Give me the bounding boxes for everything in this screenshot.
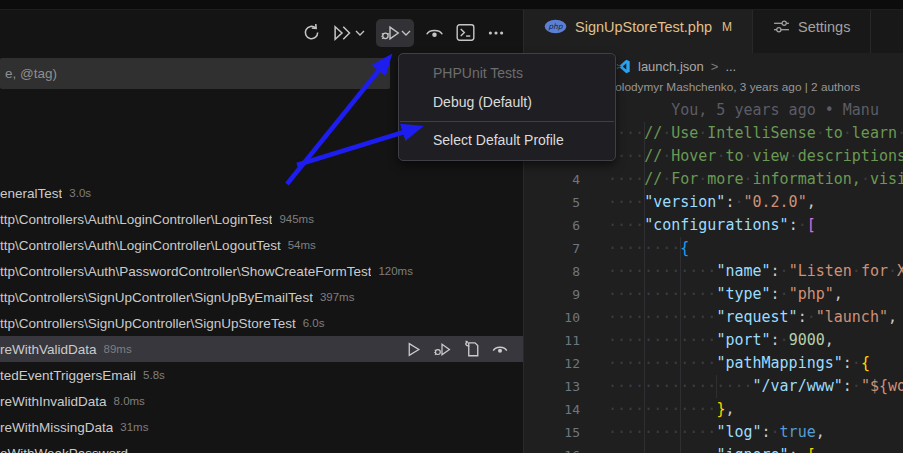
line-number: 10 [524, 306, 580, 329]
test-name: eWithWeakPassword [0, 446, 128, 453]
line-content: ····//·Hover·to·view·descriptions·of·exi… [608, 145, 903, 168]
test-name: tedEventTriggersEmail [0, 368, 136, 383]
terminal-icon [456, 23, 475, 42]
test-row[interactable]: eneralTest3.0s [0, 180, 523, 206]
line-number: 6 [524, 214, 580, 237]
code-line: 9············"type":·"php", [524, 283, 903, 306]
chevron-down-icon [355, 28, 365, 38]
test-duration: 54ms [288, 239, 316, 251]
test-name: ttp\Controllers\SignUpController\SignUpB… [0, 290, 313, 305]
test-name: ttp\Controllers\Auth\LoginController\Log… [0, 238, 281, 253]
line-content: ············"pathMappings":·{ [608, 352, 870, 375]
test-name: reWithValidData [0, 342, 97, 357]
line-number: 16 [524, 444, 580, 453]
test-name: ttp\Controllers\Auth\LoginController\Log… [0, 212, 272, 227]
line-content: ····//·Use·IntelliSense·to·learn·about·p… [608, 122, 903, 145]
menu-separator [400, 121, 614, 122]
test-row[interactable]: reWithMissingData31ms [0, 414, 523, 440]
breadcrumb-separator: > [711, 59, 719, 74]
line-content: ············"log":·true, [608, 421, 825, 444]
test-row[interactable]: eWithWeakPassword [0, 440, 523, 453]
breadcrumb-file[interactable]: launch.json [638, 59, 704, 74]
tab-label: SignUpStoreTest.php [575, 19, 712, 35]
run-all-tests-button[interactable] [331, 22, 353, 44]
eye-icon[interactable] [491, 340, 509, 358]
line-number: 13 [524, 375, 580, 398]
test-name: reWithMissingData [0, 420, 113, 435]
more-actions-button[interactable] [485, 22, 507, 44]
line-content: ············"request":·"launch", [608, 306, 897, 329]
debug-all-tests-button[interactable] [379, 22, 401, 44]
test-duration: 8.0ms [114, 395, 145, 407]
line-content: ············"type":·"php", [608, 283, 843, 306]
line-number: 15 [524, 421, 580, 444]
test-name: ttp\Controllers\SignUpController\SignUpS… [0, 316, 296, 331]
test-list: eneralTest3.0sttp\Controllers\Auth\Login… [0, 180, 523, 453]
code-line: 11············"port":·9000, [524, 329, 903, 352]
debug-run-icon [380, 23, 400, 43]
code-line: 4····//·For·more·information,·visit:·htt… [524, 168, 903, 191]
line-number: 7 [524, 237, 580, 260]
line-content: ············"port":·9000, [608, 329, 834, 352]
vscode-logo-icon [616, 59, 631, 74]
breadcrumb-more[interactable]: ... [725, 59, 736, 74]
menu-item-select-default-profile[interactable]: Select Default Profile [399, 126, 615, 155]
ellipsis-icon [487, 24, 505, 42]
code-line: 13················"/var/www":·"${workspa… [524, 375, 903, 398]
debug-all-split-button [376, 19, 414, 47]
test-row[interactable]: ttp\Controllers\SignUpController\SignUpB… [0, 284, 523, 310]
test-explorer-toolbar [0, 10, 523, 55]
menu-item-phpunit-tests: PHPUnit Tests [399, 59, 615, 88]
test-row[interactable]: reWithInvalidData8.0ms [0, 388, 523, 414]
codelens-authors[interactable]: Volodymyr Mashchenko, 3 years ago | 2 au… [608, 80, 860, 94]
code-line: 6····"configurations":·[ [524, 214, 903, 237]
test-row[interactable]: ttp\Controllers\Auth\LoginController\Log… [0, 206, 523, 232]
code-line: 5····"version":·"0.2.0", [524, 191, 903, 214]
test-duration: 945ms [279, 213, 314, 225]
test-duration: 5.8s [143, 369, 165, 381]
run-test-icon[interactable] [404, 340, 422, 358]
line-content: ····//·For·more·information,·visit:·http… [608, 168, 903, 191]
test-duration: 89ms [104, 343, 132, 355]
go-to-file-icon[interactable] [462, 340, 480, 358]
debug-profile-dropdown-button[interactable] [401, 28, 411, 38]
chevron-down-icon [401, 28, 411, 38]
svg-text:php: php [548, 22, 564, 31]
tab-label: Settings [798, 19, 850, 35]
menu-item-debug-default[interactable]: Debug (Default) [399, 88, 615, 117]
modified-badge: M [722, 20, 732, 34]
line-content: ············"ignore":·[ [608, 444, 816, 453]
line-content: ····"version":·"0.2.0", [608, 191, 816, 214]
code-line: 12············"pathMappings":·{ [524, 352, 903, 375]
test-row[interactable]: ttp\Controllers\SignUpController\SignUpS… [0, 310, 523, 336]
test-row[interactable]: ttp\Controllers\Auth\PasswordController\… [0, 258, 523, 284]
continuous-run-button[interactable] [423, 22, 445, 44]
php-file-icon: php [544, 19, 567, 34]
test-name: eneralTest [0, 186, 62, 201]
line-number: 8 [524, 260, 580, 283]
test-row[interactable]: ttp\Controllers\Auth\LoginController\Log… [0, 232, 523, 258]
code-line: 16············"ignore":·[ [524, 444, 903, 453]
line-content: ················"/var/www":·"${workspace… [608, 375, 903, 398]
test-filter-input[interactable] [0, 58, 390, 89]
test-row[interactable]: reWithValidData89ms [0, 336, 523, 362]
eye-icon [425, 23, 444, 42]
refresh-tests-button[interactable] [300, 22, 322, 44]
line-number: 14 [524, 398, 580, 421]
run-all-dropdown-button[interactable] [353, 22, 367, 44]
code-line: 14············}, [524, 398, 903, 421]
test-name: ttp\Controllers\Auth\PasswordController\… [0, 264, 371, 279]
open-terminal-button[interactable] [454, 22, 476, 44]
line-content: ············}, [608, 398, 734, 421]
code-line: 15············"log":·true, [524, 421, 903, 444]
debug-test-icon[interactable] [433, 340, 451, 358]
line-content: { You, 5 years ago • Manu [608, 99, 879, 122]
run-all-icon [332, 23, 352, 43]
test-row[interactable]: tedEventTriggersEmail5.8s [0, 362, 523, 388]
settings-sliders-icon [773, 18, 790, 35]
profile-menu: PHPUnit TestsDebug (Default)Select Defau… [398, 53, 616, 161]
test-duration: 120ms [378, 265, 413, 277]
code-line: 10············"request":·"launch", [524, 306, 903, 329]
line-content: ············"name":·"Listen·for·XDebug", [608, 260, 903, 283]
code-line: 7········{ [524, 237, 903, 260]
